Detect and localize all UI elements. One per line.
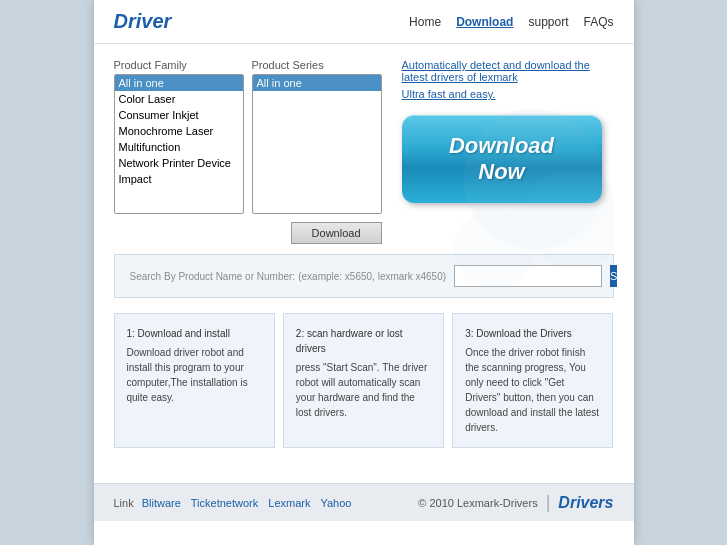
footer: Link Blitware Ticketnetwork Lexmark Yaho… [94, 483, 634, 521]
info-card-1-title: 1: Download and install [127, 326, 262, 341]
search-button[interactable]: S [610, 265, 617, 287]
info-card-1: 1: Download and install Download driver … [114, 313, 275, 448]
footer-copyright: © 2010 Lexmark-Drivers [418, 497, 537, 509]
main-row: Product Family All in one Color Laser Co… [114, 59, 614, 244]
info-cards-section: 1: Download and install Download driver … [114, 313, 614, 448]
main-container: Driver Home Download support FAQs Produc… [94, 0, 634, 545]
content-area: Product Family All in one Color Laser Co… [94, 44, 634, 463]
footer-links: Blitware Ticketnetwork Lexmark Yahoo [142, 497, 352, 509]
download-button[interactable]: Download [291, 222, 382, 244]
header: Driver Home Download support FAQs [94, 0, 634, 44]
product-selectors: Product Family All in one Color Laser Co… [114, 59, 382, 214]
info-card-1-body: Download driver robot and install this p… [127, 345, 262, 405]
footer-right: © 2010 Lexmark-Drivers | Drivers [418, 492, 613, 513]
info-card-2: 2: scan hardware or lost drivers press "… [283, 313, 444, 448]
product-family-listbox[interactable]: All in one Color Laser Consumer Inkjet M… [114, 74, 244, 214]
footer-divider: | [546, 492, 551, 513]
footer-brand: Drivers [558, 494, 613, 512]
nav: Home Download support FAQs [409, 15, 613, 29]
logo: Driver [114, 10, 172, 33]
info-card-3-title: 3: Download the Drivers [465, 326, 600, 341]
footer-link-label: Link [114, 497, 134, 509]
product-family-label: Product Family [114, 59, 244, 71]
footer-link-yahoo[interactable]: Yahoo [320, 497, 351, 509]
info-card-3-body: Once the driver robot finish the scannin… [465, 345, 600, 435]
product-family-column: Product Family All in one Color Laser Co… [114, 59, 244, 214]
product-series-column: Product Series All in one [252, 59, 382, 214]
ultra-fast-text: Ultra fast and easy. [402, 88, 614, 100]
info-card-2-body: press "Start Scan". The driver robot wil… [296, 360, 431, 420]
footer-left: Link Blitware Ticketnetwork Lexmark Yaho… [114, 497, 352, 509]
nav-home[interactable]: Home [409, 15, 441, 29]
search-input[interactable] [454, 265, 602, 287]
search-section: Search By Product Name or Number: (examp… [114, 254, 614, 298]
download-now-button[interactable]: Download Now [402, 115, 602, 203]
download-hero: Automatically detect and download the la… [382, 59, 614, 203]
footer-link-blitware[interactable]: Blitware [142, 497, 181, 509]
footer-link-lexmark[interactable]: Lexmark [268, 497, 310, 509]
info-card-2-title: 2: scan hardware or lost drivers [296, 326, 431, 356]
search-label: Search By Product Name or Number: (examp… [130, 270, 447, 282]
auto-detect-text: Automatically detect and download the la… [402, 59, 614, 83]
product-series-label: Product Series [252, 59, 382, 71]
info-card-3: 3: Download the Drivers Once the driver … [452, 313, 613, 448]
left-panel: Product Family All in one Color Laser Co… [114, 59, 382, 244]
footer-link-ticketnetwork[interactable]: Ticketnetwork [191, 497, 258, 509]
product-series-listbox[interactable]: All in one [252, 74, 382, 214]
nav-download[interactable]: Download [456, 15, 513, 29]
nav-faqs[interactable]: FAQs [583, 15, 613, 29]
page-wrapper: Driver Home Download support FAQs Produc… [0, 0, 727, 545]
nav-support[interactable]: support [528, 15, 568, 29]
